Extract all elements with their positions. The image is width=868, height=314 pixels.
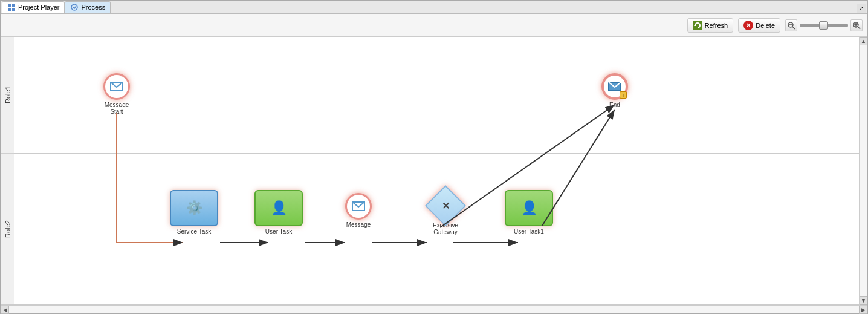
tab-process-label: Process [81,4,105,11]
refresh-button[interactable]: Refresh [687,18,734,33]
message-label: Message [346,221,371,228]
scroll-track-bottom[interactable] [9,306,859,313]
process-icon [70,3,79,11]
canvas-area: Role1 MessageStart [1,37,867,305]
end-label: End [609,102,620,108]
zoom-out-button[interactable] [785,19,797,31]
scrollbar-bottom[interactable]: ◀ ▶ [1,305,867,313]
tab-process[interactable]: Process [65,1,111,13]
service-task-label: Service Task [177,228,212,235]
diagram[interactable]: Role1 MessageStart [1,37,859,305]
gear-icon: ⚙️ [186,200,202,216]
refresh-label: Refresh [705,22,728,29]
envelope-end-icon [608,82,621,91]
gateway-diamond: ✕ [425,185,466,226]
envelope-start-icon [110,82,123,91]
message-circle [345,193,372,220]
lane2-label: Role2 [1,154,14,304]
delete-icon: × [743,21,753,30]
svg-rect-2 [8,8,11,11]
svg-line-7 [792,27,795,29]
svg-marker-5 [694,24,696,26]
message-start-circle [103,73,130,100]
delete-label: Delete [756,22,775,29]
tab-project-player[interactable]: Project Player [2,1,65,13]
user-task-box: 👤 [254,190,303,226]
user-task1-node[interactable]: 👤 User Task1 [505,190,553,235]
lanes: Role1 MessageStart [1,37,859,305]
delete-button[interactable]: × Delete [738,18,780,33]
lane1-label: Role1 [1,37,14,153]
user-icon: 👤 [271,200,287,216]
user-task1-label: User Task1 [514,228,544,235]
message-node[interactable]: Message [345,193,372,228]
svg-line-10 [858,27,860,29]
svg-rect-1 [12,4,15,7]
scroll-right-arrow[interactable]: ▶ [859,306,867,314]
service-task-box: ⚙️ [170,190,218,226]
zoom-in-button[interactable] [850,19,863,31]
lane-role2: Role2 ⚙️ Service Task 👤 [1,154,859,305]
message-start-label: MessageStart [105,102,129,115]
gateway-x-icon: ✕ [442,200,450,212]
svg-rect-0 [8,4,11,7]
user-task-node[interactable]: 👤 User Task [254,190,303,235]
message-start-node[interactable]: MessageStart [103,73,130,115]
tab-project-player-label: Project Player [18,4,59,11]
window-expand-icon[interactable]: ⤢ [857,4,866,13]
lane-role1: Role1 MessageStart [1,37,859,154]
end-circle: i [601,73,628,100]
scroll-left-arrow[interactable]: ◀ [1,306,9,314]
svg-point-4 [71,4,77,10]
scroll-down-arrow[interactable]: ▼ [860,296,868,305]
app-container: Project Player Process ⤢ Refresh × [0,0,868,314]
user-task1-box: 👤 [505,190,553,226]
envelope-message-icon [352,201,365,211]
zoom-slider[interactable] [800,24,848,27]
scrollbar-right[interactable]: ▲ ▼ [859,37,867,305]
scroll-up-arrow[interactable]: ▲ [860,37,868,45]
refresh-icon [693,21,702,30]
svg-rect-3 [12,8,15,11]
end-node[interactable]: i End [601,73,628,108]
user1-icon: 👤 [521,200,537,216]
service-task-node[interactable]: ⚙️ Service Task [170,190,218,235]
grid-icon [7,3,16,11]
zoom-control [785,19,863,31]
tab-bar: Project Player Process ⤢ [1,1,867,14]
toolbar: Refresh × Delete [1,14,867,37]
end-badge: i [620,91,627,99]
lane1-content: MessageStart i End [14,37,859,153]
scroll-track-right[interactable] [860,45,867,296]
exclusive-gateway-node[interactable]: ✕ ExclusiveGateway [431,191,460,235]
user-task-label: User Task [265,228,292,235]
lane2-content: ⚙️ Service Task 👤 User Task [14,154,859,304]
